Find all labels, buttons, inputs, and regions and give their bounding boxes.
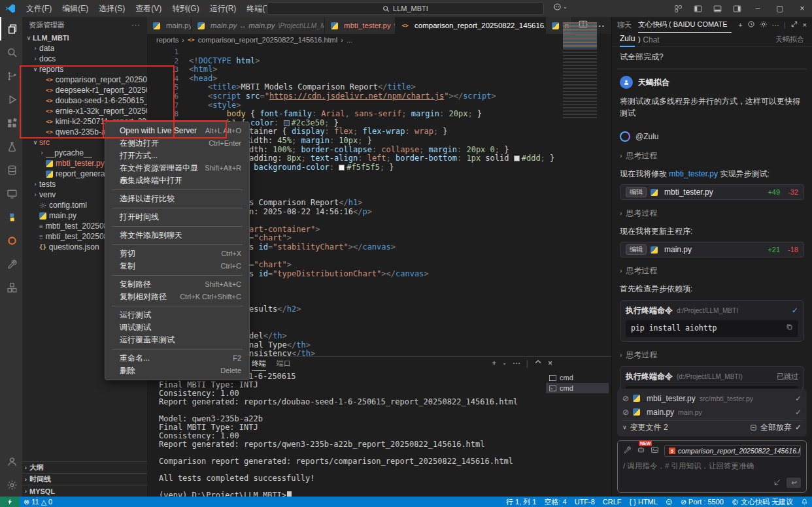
language-mode[interactable]: { }HTML (626, 497, 662, 507)
thinking-toggle[interactable]: ›思考过程 (620, 207, 804, 219)
tab-main-py[interactable]: main.py (147, 17, 192, 34)
breadcrumb-more[interactable]: ... (347, 36, 352, 44)
problems-indicator[interactable]: ⊗11 △0 (20, 497, 56, 507)
menu-item-打开方式-[interactable]: 打开方式... (105, 150, 249, 162)
explorer-more-actions-icon[interactable]: ··· (131, 21, 141, 29)
menu-item-删除[interactable]: 删除Delete (105, 365, 249, 377)
tree-item-data[interactable]: ›data (22, 43, 147, 54)
testing-icon[interactable] (0, 135, 22, 158)
terminal-dropdown-icon[interactable]: ⌄ (502, 360, 507, 366)
edited-file-card[interactable]: 编辑 main.py +21 -18 (620, 242, 804, 257)
menu-item-open-with-live-server[interactable]: Open with Live ServerAlt+L Alt+O (105, 125, 249, 137)
indentation[interactable]: 空格: 4 (540, 497, 570, 507)
more-actions-icon[interactable]: ⋯ (772, 21, 779, 29)
keep-check-icon[interactable]: ✓ (795, 408, 802, 417)
discard-icon[interactable]: ⊘ (622, 394, 629, 403)
menu-item-复制[interactable]: 复制Ctrl+C (105, 260, 249, 272)
tree-item-doubao-seed-1-6-250615-report-202-[interactable]: <>doubao-seed-1-6-250615_report_202... (22, 95, 147, 106)
explorer-icon[interactable] (0, 17, 22, 41)
search-icon[interactable] (0, 41, 22, 64)
minimap[interactable] (563, 22, 597, 120)
product-icon[interactable] (0, 276, 22, 299)
tab-main-py-main-py[interactable]: main.py ↔ main.py\Project\LLM_MBTI ...\ (192, 17, 325, 34)
tree-item-llm-mbti[interactable]: ∨LLM_MBTI (22, 33, 147, 43)
encoding[interactable]: UTF-8 (571, 497, 599, 507)
tree-item-docs[interactable]: ›docs (22, 54, 147, 64)
tools-icon[interactable] (623, 445, 632, 457)
chevron-down-icon[interactable]: ∨ (622, 424, 627, 431)
sidebar-section-MYSQL[interactable]: ›MYSQL (22, 485, 147, 497)
menu-item[interactable]: 查看(V) (130, 0, 167, 17)
menu-item-在侧边打开[interactable]: 在侧边打开Ctrl+Enter (105, 137, 249, 150)
layout-customize-icon[interactable] (669, 0, 686, 17)
toggle-secondary-sidebar-icon[interactable] (728, 0, 745, 17)
settings-gear-icon[interactable] (760, 20, 768, 29)
database-icon[interactable] (0, 158, 22, 182)
notifications-bell-icon[interactable] (797, 497, 812, 507)
menu-item-在文件资源管理器中显示[interactable]: 在文件资源管理器中显示Shift+Alt+R (105, 162, 249, 174)
history-icon[interactable] (747, 20, 755, 29)
tree-item-comparison-report-20250822-145616-[interactable]: <>comparison_report_20250822_145616... (22, 74, 147, 85)
terminal-output[interactable]: Model: doubao-seed-1-6-250615Final MBTI … (147, 371, 543, 497)
thinking-toggle[interactable]: ›思考过程 (620, 349, 804, 361)
window-restore-button[interactable]: ▢ (770, 0, 790, 17)
breadcrumb[interactable]: reports › <> comparison_report_20250822_… (147, 34, 611, 46)
window-minimize-button[interactable]: – (748, 0, 768, 17)
discard-icon[interactable]: ⊘ (622, 408, 629, 417)
window-close-button[interactable]: × (792, 0, 812, 17)
terminal-session-0[interactable]: cmd (546, 372, 609, 383)
terminal-command-card[interactable]: 执行终端命令 d:/Project/LLM_MBTI ✓ pip install… (620, 300, 804, 342)
thinking-toggle[interactable]: ›思考过程 (620, 265, 804, 276)
breadcrumb-folder[interactable]: reports (156, 36, 178, 44)
menu-item[interactable]: 转到(G) (167, 0, 204, 17)
eol-sequence[interactable]: CRLF (599, 497, 626, 507)
maximize-panel-icon[interactable] (534, 358, 542, 368)
terminal-tab-0[interactable]: 终端 (252, 357, 266, 371)
close-panel-icon[interactable]: × (548, 359, 552, 368)
menu-item[interactable]: 选择(S) (93, 0, 130, 17)
feedback-smiley-icon[interactable] (662, 497, 677, 507)
keep-check-icon[interactable]: ✓ (795, 394, 802, 403)
chat-input-placeholder[interactable]: / 调用指令，# 引用知识，让回答更准确 (623, 461, 801, 471)
menu-item-打开时间线[interactable]: 打开时间线 (105, 211, 249, 223)
expand-panel-icon[interactable] (790, 20, 798, 29)
menu-item-复制相对路径[interactable]: 复制相对路径Ctrl+K Ctrl+Shift+C (105, 291, 249, 303)
agent-robot-icon[interactable] (637, 445, 645, 457)
context-file-chip[interactable]: 5 comparison_report_20250822_145616.html (664, 445, 801, 457)
comate-titlebar-icon[interactable]: ⌄ (553, 3, 567, 11)
changed-file-row[interactable]: ⊘ main.py main.py ✓ (622, 405, 802, 419)
source-control-icon[interactable] (0, 64, 22, 88)
send-button[interactable] (787, 478, 801, 488)
close-panel-icon[interactable]: × (803, 21, 807, 29)
menu-item-运行覆盖率测试[interactable]: 运行覆盖率测试 (105, 334, 249, 346)
toggle-sidebar-icon[interactable] (689, 0, 706, 17)
live-server-port[interactable]: ⊘Port : 5500 (677, 497, 728, 507)
breadcrumb-file[interactable]: comparison_report_20250822_145616.html (198, 36, 337, 44)
menu-item-将文件添加到聊天[interactable]: 将文件添加到聊天 (105, 229, 249, 242)
terminal-more-icon[interactable]: ⋯ (513, 359, 520, 368)
menu-item[interactable]: 文件(F) (21, 0, 57, 17)
toggle-panel-icon[interactable] (709, 0, 726, 17)
cursor-position[interactable]: 行 1, 列 1 (502, 497, 540, 507)
file-link[interactable]: mbti_tester.py (669, 169, 718, 178)
new-terminal-icon[interactable]: + (492, 359, 496, 368)
menu-item-在集成终端中打开[interactable]: 在集成终端中打开 (105, 174, 249, 187)
image-icon[interactable] (651, 445, 659, 457)
sidebar-section-时间线[interactable]: ›时间线 (22, 473, 147, 485)
tab-comparison-report-20250822-145616-html[interactable]: <>comparison_report_20250822_145616.html… (396, 17, 545, 34)
panel-tab-chat[interactable]: 聊天 (617, 20, 632, 30)
terminal-session-1[interactable]: >_cmd (546, 383, 609, 393)
terminal-tab-1[interactable]: 端口 (277, 357, 291, 371)
tab-zulu[interactable]: Zulu (620, 33, 635, 47)
chat-input-box[interactable]: NEW 5 comparison_report_20250822_145616.… (617, 440, 807, 493)
jupyter-icon[interactable] (0, 229, 22, 252)
panel-tab-comate[interactable]: 文心快码 ( BAIDU COMATE ) (638, 17, 732, 33)
edited-file-card[interactable]: 编辑 mbti_tester.py +49 -32 (620, 184, 804, 200)
tree-item-deepseek-r1-report-20250822-14561-[interactable]: <>deepseek-r1_report_20250822_14561... (22, 85, 147, 95)
remote-explorer-icon[interactable] (0, 182, 22, 205)
tree-item-reports[interactable]: ∨reports (22, 64, 147, 74)
comate-status[interactable]: 文心快码 无建议 (728, 497, 797, 507)
run-debug-icon[interactable] (0, 88, 22, 111)
tree-item-ernie-x1-32k-report-20250822-14561-[interactable]: <>ernie-x1-32k_report_20250822_14561... (22, 106, 147, 116)
new-chat-icon[interactable]: + (738, 21, 742, 29)
